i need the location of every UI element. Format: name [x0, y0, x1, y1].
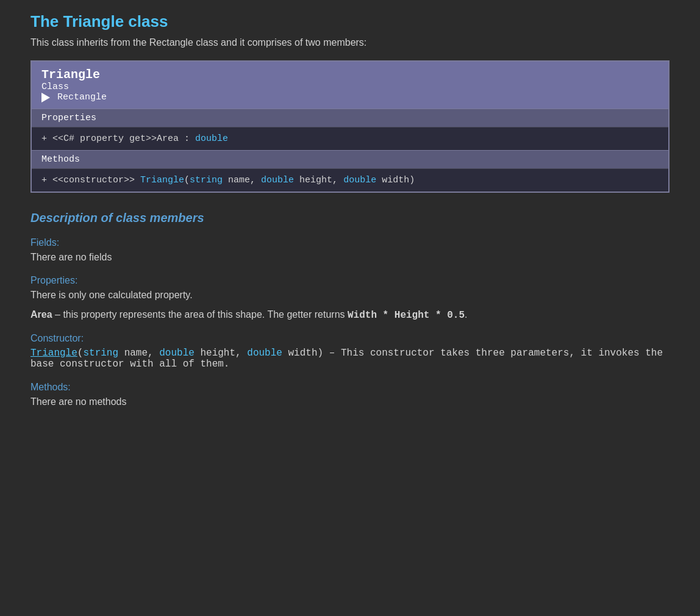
uml-parent-label: Rectangle	[57, 92, 107, 102]
method-param1-type: string	[190, 175, 223, 185]
property-type: double	[195, 134, 228, 144]
ctor-double1-type: double	[159, 348, 195, 359]
constructor-link: Triangle	[30, 348, 77, 359]
uml-class-name: Triangle	[41, 68, 659, 82]
method-param1-name: name,	[223, 175, 261, 185]
page-subtitle: This class inherits from the Rectangle c…	[30, 37, 670, 48]
uml-header: Triangle Class Rectangle	[32, 62, 668, 109]
uml-method-constructor: + <<constructor>> Triangle(string name, …	[32, 168, 668, 192]
ctor-height-param: height,	[195, 348, 247, 359]
fields-text: There are no fields	[30, 252, 670, 263]
method-param2-name: height,	[294, 175, 343, 185]
description-heading: Description of class members	[30, 211, 670, 225]
constructor-label: Constructor:	[30, 333, 670, 344]
ctor-width-param: width)	[282, 348, 323, 359]
area-name: Area	[30, 309, 52, 320]
method-paren-open: (	[184, 175, 190, 185]
uml-property-area: + <<C# property get>>Area : double	[32, 127, 668, 150]
method-param3-name: width)	[376, 175, 415, 185]
property-prefix: + <<C# property get>>Area :	[41, 134, 195, 144]
methods-label: Methods:	[30, 382, 670, 393]
properties-section: Properties: There is only one calculated…	[30, 275, 670, 321]
area-formula: Width * Height * 0.5	[348, 310, 465, 321]
page-title: The Triangle class	[30, 12, 670, 31]
ctor-name-param: name,	[118, 348, 159, 359]
description-section: Description of class members Fields: The…	[30, 211, 670, 407]
method-prefix: + <<constructor>>	[41, 175, 140, 185]
uml-section-properties: Properties	[32, 109, 668, 127]
method-param2-type: double	[261, 175, 294, 185]
area-description: Area – this property represents the area…	[30, 309, 670, 321]
constructor-section: Constructor: Triangle(string name, doubl…	[30, 333, 670, 370]
fields-section: Fields: There are no fields	[30, 237, 670, 263]
uml-diagram: Triangle Class Rectangle Properties + <<…	[30, 60, 670, 193]
area-period: .	[465, 309, 467, 320]
area-desc-pre: – this property represents the area of t…	[55, 309, 348, 320]
constructor-signature: Triangle(string name, double height, dou…	[30, 348, 670, 370]
ctor-paren: (	[77, 348, 84, 359]
fields-label: Fields:	[30, 237, 670, 248]
uml-parent: Rectangle	[41, 92, 659, 102]
properties-text: There is only one calculated property.	[30, 290, 670, 301]
properties-label: Properties:	[30, 275, 670, 286]
uml-stereotype: Class	[41, 82, 659, 92]
method-name: Triangle	[140, 175, 184, 185]
method-param3-type: double	[343, 175, 376, 185]
methods-section: Methods: There are no methods	[30, 382, 670, 407]
ctor-double2-type: double	[247, 348, 282, 359]
uml-section-methods: Methods	[32, 150, 668, 168]
arrow-icon	[41, 93, 50, 102]
methods-text: There are no methods	[30, 396, 670, 407]
ctor-string-type: string	[83, 348, 118, 359]
